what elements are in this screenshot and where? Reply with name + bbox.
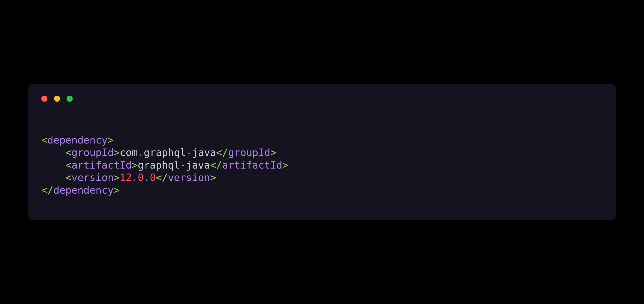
code-window: <dependency> <groupId>com.graphql-java</… bbox=[28, 84, 616, 220]
close-bracket: > bbox=[282, 159, 288, 171]
close-bracket: > bbox=[114, 172, 120, 183]
open-slash-bracket: </ bbox=[210, 159, 222, 171]
close-bracket: > bbox=[108, 134, 114, 146]
open-slash-bracket: </ bbox=[41, 184, 53, 196]
minimize-icon[interactable] bbox=[54, 96, 60, 102]
open-bracket: < bbox=[66, 159, 72, 171]
tag-dependency-close: dependency bbox=[53, 184, 114, 196]
close-bracket: > bbox=[210, 172, 216, 183]
open-slash-bracket: </ bbox=[156, 172, 168, 183]
open-slash-bracket: </ bbox=[216, 147, 228, 158]
artifactid-value: graphql-java bbox=[138, 159, 210, 171]
window-titlebar bbox=[41, 96, 603, 102]
tag-artifactid-close: artifactId bbox=[222, 159, 282, 171]
tag-groupid-open: groupId bbox=[71, 147, 114, 158]
version-major: 12 bbox=[120, 172, 132, 183]
open-bracket: < bbox=[66, 172, 72, 183]
tag-dependency-open: dependency bbox=[48, 134, 108, 146]
tag-groupid-close: groupId bbox=[228, 147, 270, 158]
close-icon[interactable] bbox=[41, 96, 48, 102]
line-5: </dependency> bbox=[41, 184, 120, 196]
tag-artifactid-open: artifactId bbox=[71, 159, 132, 171]
groupid-value-post: graphql-java bbox=[144, 147, 216, 158]
version-dot2: . bbox=[144, 172, 150, 183]
line-2: <groupId>com.graphql-java</groupId> bbox=[41, 147, 276, 158]
version-dot1: . bbox=[132, 172, 138, 183]
indent bbox=[41, 146, 66, 159]
groupid-dot: . bbox=[138, 147, 144, 158]
open-bracket: < bbox=[66, 147, 72, 158]
version-minor: 0 bbox=[138, 172, 144, 183]
groupid-value-pre: com bbox=[120, 147, 138, 158]
zoom-icon[interactable] bbox=[66, 96, 73, 102]
line-1: <dependency> bbox=[41, 134, 114, 146]
close-bracket: > bbox=[114, 147, 120, 158]
line-3: <artifactId>graphql-java</artifactId> bbox=[41, 159, 288, 171]
open-bracket: < bbox=[41, 134, 48, 146]
tag-version-close: version bbox=[168, 172, 210, 183]
code-block: <dependency> <groupId>com.graphql-java</… bbox=[41, 121, 603, 196]
tag-version-open: version bbox=[71, 172, 114, 183]
version-patch: 0 bbox=[150, 172, 156, 183]
indent bbox=[41, 171, 66, 184]
close-bracket: > bbox=[270, 147, 276, 158]
indent bbox=[41, 159, 66, 172]
line-4: <version>12.0.0</version> bbox=[41, 172, 216, 183]
close-bracket: > bbox=[114, 184, 120, 196]
close-bracket: > bbox=[132, 159, 138, 171]
